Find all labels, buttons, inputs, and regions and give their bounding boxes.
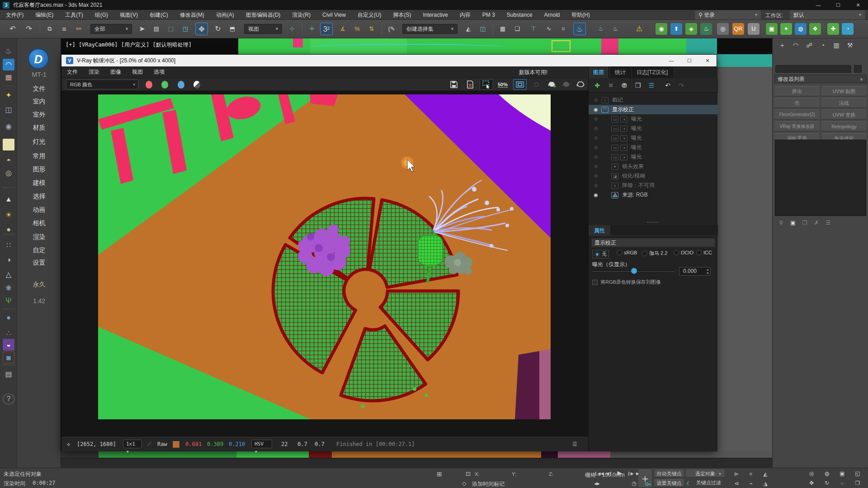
pin-stack-icon[interactable]: ⚲ [776,218,786,227]
plugin-icon-9[interactable]: ✦ [780,23,792,35]
vfb-menu-image[interactable]: 图像 [105,68,127,76]
render-last-icon[interactable] [546,79,559,90]
vfb-channel-dropdown[interactable]: RGB 颜色▾ [66,80,138,89]
vfb-update-notice[interactable]: 新版本可用! [519,66,547,78]
exposure-value-input[interactable]: 0.000▲▼ [679,267,711,276]
sidebar-item-files[interactable]: 文件 [17,85,61,93]
eye-icon[interactable]: ◉ [592,192,599,198]
color-mode-dropdown[interactable]: HSV ▾ [251,440,272,448]
dock-splitter[interactable]: ▪▪▪▪▪▪ [589,221,718,224]
modifier-button-extrude[interactable]: 挤出 [774,86,820,96]
slider-handle[interactable] [631,268,637,274]
layer-undo-icon[interactable]: ↶ [662,80,674,91]
configure-modifier-sets-icon[interactable]: ☰ [823,218,833,227]
statusbar-menu-icon[interactable]: ☰ [572,441,577,447]
align-icon[interactable]: ◫ [476,23,489,35]
layer-manager-icon[interactable]: ❏ [511,23,524,35]
pan-icon[interactable]: ✥ [806,479,817,487]
modifier-stack-list[interactable] [775,140,866,216]
alpha-channel-icon[interactable] [193,81,200,89]
plugin-icon-2[interactable]: ⬆ [670,23,682,35]
radio-gamma[interactable]: 伽马 2.2 [642,250,667,257]
selection-filter-dropdown[interactable]: 全部▼ [90,24,132,34]
menu-scripting[interactable]: 脚本(S) [387,10,417,20]
unlink-selection-icon[interactable]: ⧈ [58,23,71,35]
select-object-icon[interactable]: ➤ [136,23,148,35]
zoom-region-icon[interactable]: ◱ [852,469,863,478]
sidebar-item-camera[interactable]: 相机 [17,219,61,227]
zoom-all-icon[interactable]: ◍ [821,469,833,478]
sidebar-item-custom[interactable]: 自定 [17,246,61,254]
redo-icon[interactable]: ↷ [23,23,35,35]
modifier-button-retopology[interactable]: Retopology [821,121,867,131]
fit-frame-icon[interactable] [513,79,527,90]
bind-to-spacewarp-icon[interactable]: ⚯ [72,23,85,35]
object-color-swatch[interactable] [854,65,862,73]
eye-off-icon[interactable]: ⊘ [592,164,599,169]
spinner-snap-icon[interactable]: ⇅ [365,23,378,35]
projector-icon[interactable]: ◫ [3,104,14,116]
tab-layers[interactable]: 图层 [589,66,609,78]
close-button[interactable]: ✕ [848,0,868,10]
modifier-button-uvwmap[interactable]: UVW 贴图 [821,86,867,96]
absolute-mode-icon[interactable]: ⊡ [466,470,471,477]
sun-icon[interactable]: ☀ [3,209,14,221]
pixel-scale-dropdown[interactable]: 1x1 ▾ [123,440,142,448]
mirror-icon[interactable]: ◭ [462,23,475,35]
window-crossing-icon[interactable]: ◳ [179,23,192,35]
layer-list-icon[interactable]: ☰ [646,80,657,91]
modifier-button-floorgenerator[interactable]: FloorGenerator[2] [774,109,820,120]
properties-tab[interactable]: 属性 [589,225,718,236]
vfb-menu-options[interactable]: 选项 [148,68,170,76]
sidebar-item-exterior[interactable]: 室外 [17,111,61,119]
percent-snap-icon[interactable]: % [351,23,363,35]
sidebar-item-render[interactable]: 渲染 [17,233,61,241]
select-and-manipulate-icon[interactable]: ✛ [306,23,318,35]
mini-toggle-icon-1[interactable]: ⊳ [731,470,742,478]
make-unique-icon[interactable]: ❐ [800,218,810,227]
viewport-right-strip[interactable] [717,54,772,451]
modify-tab-icon[interactable]: ◠ [790,40,802,50]
radio-none[interactable]: 无 [592,250,609,258]
sidebar-item-animation[interactable]: 动画 [17,206,61,214]
teapot-icon[interactable]: ♨ [3,45,14,57]
time-configuration-icon[interactable]: ◷ [629,480,639,488]
sidebar-item-select[interactable]: 选择 [17,192,61,201]
rock-icon[interactable]: ❋ [3,282,14,294]
layer-row-exposure-1[interactable]: ⊘▭◑曝光 [589,114,718,124]
moon-sphere-icon[interactable]: ◑ [3,254,14,266]
rectangular-selection-icon[interactable]: ⬚ [165,23,177,35]
layer-row-exposure-2[interactable]: ⊘▭◑曝光 [589,124,718,133]
menu-interactive[interactable]: Interactive [417,10,453,20]
layer-row-sharpen-blur[interactable]: ⊘◪锐化/模糊 [589,171,718,181]
vfb-close-button[interactable]: ✕ [698,55,717,66]
workspace-dropdown[interactable]: 默认▼ [790,10,865,19]
use-pivot-center-icon[interactable]: ⊹ [286,23,298,35]
layer-row-source-rgb[interactable]: ◉ 来源: RGB [589,190,718,200]
eye-off-icon[interactable]: ⊘ [592,126,599,131]
field-of-view-icon[interactable]: ⌔ [836,479,848,487]
menu-file[interactable]: 文件(F) [0,10,29,20]
sidebar-item-shapes[interactable]: 图形 [17,165,61,174]
vfb-maximize-button[interactable]: ☐ [680,55,698,66]
viewport-bottom-strip[interactable] [61,451,772,458]
select-and-link-icon[interactable]: ⧉ [43,23,56,35]
sidebar-item-interior[interactable]: 室内 [17,98,61,106]
maximize-viewport-icon[interactable]: ❒ [852,479,863,487]
tab-stats[interactable]: 统计 [610,66,631,78]
track-bar[interactable] [61,458,772,468]
object-name-field[interactable] [775,65,851,73]
plugin-icon-13[interactable]: ◔ [842,23,854,35]
dome-light-icon[interactable]: ◠ [3,59,14,70]
window-titlebar[interactable]: 3 佗寂客餐厅aces.max - 3ds Max 2021 — ☐ ✕ [0,0,868,10]
curve-editor-icon[interactable]: ∿ [542,23,555,35]
viewport-top-strip[interactable]: [+] [VRayCam006] [用户定义] [默认明暗处理] [61,38,772,54]
scene-explorer-icon[interactable]: ▦ [496,23,509,35]
save-layer-tree-icon[interactable]: ⛃ [618,80,630,91]
vfb-titlebar[interactable]: V V-Ray 帧缓冲区 - [25.0% of 4000 x 4000] — … [61,55,717,66]
eye-off-icon[interactable]: ⊘ [592,154,599,160]
mini-toggle-icon-5[interactable]: ⌁ [745,479,757,488]
menu-modifiers[interactable]: 修改器(M) [174,10,210,20]
modifier-button-shell[interactable]: 壳 [774,98,820,108]
color-curve-icon[interactable]: ⟋ [147,441,151,447]
